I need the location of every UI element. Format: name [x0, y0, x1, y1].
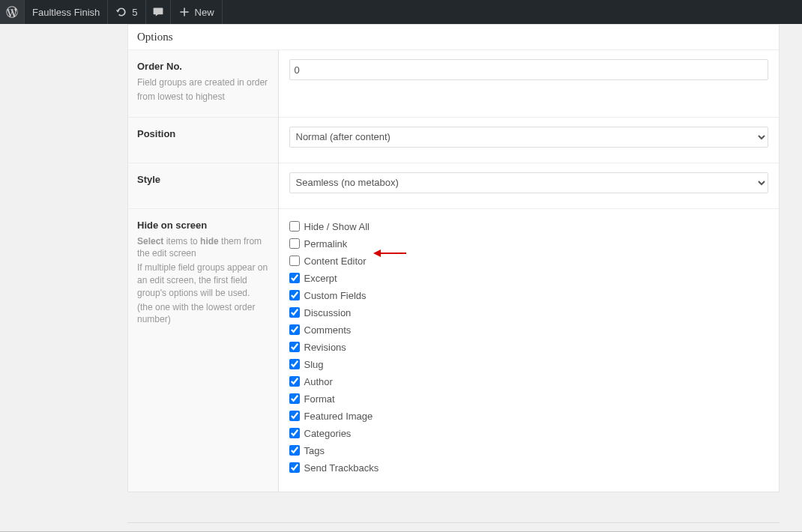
hide-item-label: Format	[304, 393, 335, 405]
hide-item-label: Custom Fields	[304, 290, 367, 301]
hide-item: Format	[289, 390, 769, 408]
hide-item: Revisions	[289, 339, 769, 356]
hide-item: Tags	[289, 442, 769, 459]
order-no-input[interactable]	[289, 59, 769, 80]
hide-item-checkbox[interactable]	[289, 359, 300, 369]
admin-bar: Faultless Finish 5 New	[0, 0, 802, 24]
hide-item-label: Content Editor	[304, 256, 367, 267]
row-style: Style Seamless (no metabox)	[128, 163, 779, 208]
hide-item-label: Tags	[304, 445, 325, 456]
row-hide-on-screen: Hide on screen Select items to hide them…	[128, 208, 779, 492]
hide-item-checkbox[interactable]	[289, 324, 300, 335]
position-select[interactable]: Normal (after content)	[289, 127, 769, 148]
order-no-label: Order No.	[137, 61, 269, 72]
order-no-desc1: Field groups are created in order	[137, 76, 269, 89]
hide-item-checkbox[interactable]	[289, 445, 300, 456]
hide-item-label: Hide / Show All	[304, 221, 370, 232]
hide-item: Featured Image	[289, 408, 769, 425]
style-label: Style	[137, 174, 269, 185]
position-label: Position	[137, 128, 269, 139]
new-content-button[interactable]: New	[171, 0, 223, 24]
hide-item-label: Discussion	[304, 307, 352, 318]
panel-title: Options	[128, 25, 779, 50]
hide-item: Custom Fields	[289, 287, 769, 304]
hide-item-checkbox[interactable]	[289, 342, 300, 352]
site-title-button[interactable]: Faultless Finish	[25, 0, 108, 24]
site-title-label: Faultless Finish	[32, 7, 100, 18]
options-table: Order No. Field groups are created in or…	[128, 50, 779, 492]
style-select[interactable]: Seamless (no metabox)	[289, 172, 769, 193]
hide-item: Excerpt	[289, 270, 769, 287]
wp-logo-button[interactable]	[0, 0, 25, 24]
hide-checkbox-list: Hide / Show AllPermalinkContent EditorEx…	[289, 218, 769, 477]
content-area: Options Order No. Field groups are creat…	[105, 24, 802, 532]
hide-item-checkbox[interactable]	[289, 411, 300, 421]
options-panel: Options Order No. Field groups are creat…	[127, 24, 780, 492]
hide-item-label: Revisions	[304, 342, 346, 353]
refresh-icon	[115, 6, 127, 18]
hide-desc1: Select items to hide them from the edit …	[137, 235, 269, 261]
row-order-no: Order No. Field groups are created in or…	[128, 50, 779, 117]
hide-item-label: Excerpt	[304, 273, 337, 284]
updates-button[interactable]: 5	[108, 0, 145, 24]
new-label: New	[195, 7, 214, 18]
order-no-desc2: from lowest to highest	[137, 91, 269, 103]
footer: Thank you for creating with WordPress	[127, 522, 780, 532]
speech-bubble-icon	[152, 6, 164, 18]
hide-item-checkbox[interactable]	[289, 376, 300, 387]
hide-item-checkbox[interactable]	[289, 256, 300, 266]
hide-item-checkbox[interactable]	[289, 462, 300, 473]
hide-item-checkbox[interactable]	[289, 290, 300, 300]
comments-button[interactable]	[146, 0, 171, 24]
hide-item: Categories	[289, 425, 769, 442]
hide-item: Comments	[289, 321, 769, 339]
hide-item: Author	[289, 373, 769, 390]
hide-item-checkbox[interactable]	[289, 238, 300, 249]
hide-item: Permalink	[289, 235, 769, 253]
wordpress-icon	[6, 6, 18, 18]
hide-item-label: Comments	[304, 324, 352, 336]
hide-item-label: Send Trackbacks	[304, 462, 379, 474]
hide-label: Hide on screen	[137, 220, 269, 231]
hide-item-label: Featured Image	[304, 411, 373, 422]
hide-item: Send Trackbacks	[289, 459, 769, 477]
hide-item-checkbox[interactable]	[289, 221, 300, 232]
row-position: Position Normal (after content)	[128, 117, 779, 163]
hide-item: Content Editor	[289, 253, 769, 270]
hide-item-label: Categories	[304, 428, 352, 439]
hide-item-label: Author	[304, 376, 333, 387]
hide-desc2: If multiple field groups appear on an ed…	[137, 262, 269, 299]
hide-item-checkbox[interactable]	[289, 428, 300, 438]
hide-item: Discussion	[289, 304, 769, 321]
hide-item: Hide / Show All	[289, 218, 769, 235]
hide-item-checkbox[interactable]	[289, 273, 300, 283]
hide-item-label: Slug	[304, 359, 324, 370]
hide-desc3: (the one with the lowest order number)	[137, 301, 269, 327]
updates-count: 5	[132, 7, 137, 18]
hide-item-checkbox[interactable]	[289, 307, 300, 318]
hide-item-checkbox[interactable]	[289, 393, 300, 404]
hide-item: Slug	[289, 356, 769, 373]
hide-item-label: Permalink	[304, 238, 348, 250]
plus-icon	[178, 6, 190, 18]
